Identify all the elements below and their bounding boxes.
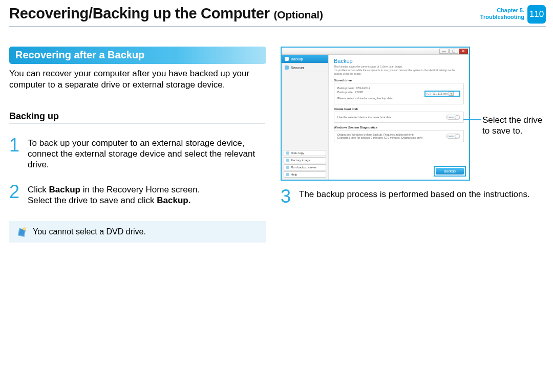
page-number: 110: [529, 9, 544, 19]
toggle-knob: [455, 115, 460, 119]
step-1-text: To back up your computer to an external …: [28, 138, 265, 170]
sidebar: Backup Recover Disk copy Factory image R…: [282, 55, 329, 180]
disk-copy-icon: [286, 151, 289, 155]
step-2-text: Click Backup in the Recovery Home screen…: [28, 184, 200, 206]
recover-icon: [285, 66, 289, 70]
content-columns: Recovering after a Backup You can recove…: [0, 27, 553, 243]
note-text: You cannot select a DVD drive.: [33, 227, 146, 236]
factory-image-label: Factory image: [291, 159, 310, 162]
page-header: Recovering/Backing up the Computer (Opti…: [0, 0, 553, 26]
main-panel: Backup This function saves the current s…: [329, 55, 469, 180]
step2-part-b: in the Recovery Home screen.: [80, 185, 200, 194]
callout-line-drive: [463, 119, 481, 120]
backup-point: Backup point : 07/14/2012: [337, 86, 460, 90]
section-heading: Recovering after a Backup: [9, 47, 266, 64]
step2-bold-b: Backup.: [157, 195, 190, 205]
note-box: You cannot select a DVD drive.: [9, 221, 266, 243]
page-number-badge: 110: [527, 5, 546, 24]
step-3-text: The backup process is performed based on…: [299, 189, 530, 204]
help-icon: [286, 173, 289, 176]
factory-image-icon: [286, 159, 289, 162]
step-3: 3 The backup process is performed based …: [281, 189, 546, 204]
create-boot-disk-panel: Use the selected device to create boot d…: [334, 112, 464, 123]
sidebar-item-recover[interactable]: Recover: [282, 63, 328, 72]
help-button[interactable]: Help: [284, 171, 326, 178]
toggle-knob-2: [455, 134, 460, 138]
drive-select-value: (G:) (931.3GB left): [427, 92, 448, 95]
svg-point-0: [23, 228, 26, 231]
step-2-number: 2: [9, 184, 23, 206]
backup-button-highlight: Backup: [434, 166, 466, 177]
sidebar-backup-label: Backup: [291, 57, 303, 61]
window-titlebar: — ▢ ✕: [282, 48, 469, 55]
step2-part-c: Select the drive to save and click: [28, 195, 157, 205]
note-icon: [16, 226, 28, 237]
disk-copy-label: Disk copy: [291, 151, 304, 155]
stored-drive-label: Stored drive: [334, 79, 464, 82]
chapter-label: Chapter 5. Troubleshooting: [480, 7, 524, 20]
boot-disk-toggle[interactable]: OFF ON: [446, 115, 460, 120]
step-2: 2 Click Backup in the Recovery Home scre…: [9, 184, 265, 206]
run-backup-icon: [286, 166, 289, 169]
backup-button[interactable]: Backup: [436, 168, 464, 175]
help-label: Help: [291, 173, 297, 176]
step-1: 1 To back up your computer to an externa…: [9, 138, 265, 170]
title-main: Recovering/Backing up the Computer: [9, 5, 270, 21]
chapter-line2: Troubleshooting: [480, 14, 524, 20]
window-body: Backup Recover Disk copy Factory image R…: [282, 55, 469, 180]
main-title: Backup: [334, 58, 464, 64]
minimize-button[interactable]: —: [439, 49, 449, 54]
step2-bold-a: Backup: [49, 185, 80, 194]
right-column: — ▢ ✕ Backup Recover Disk copy F: [281, 47, 546, 243]
dropdown-icon: ▾: [449, 92, 454, 96]
main-desc-1: This function saves the current status o…: [334, 65, 403, 68]
left-column: Recovering after a Backup You can recove…: [9, 47, 270, 243]
sidebar-bottom: Disk copy Factory image Run backup serve…: [282, 148, 328, 180]
intro-paragraph: You can recover your computer after you …: [9, 68, 265, 91]
main-desc-2: If a problem occurs while the computer i…: [334, 69, 455, 75]
factory-image-button[interactable]: Factory image: [284, 157, 326, 163]
boot-disk-text: Use the selected device to create boot d…: [337, 116, 392, 119]
maximize-button[interactable]: ▢: [449, 49, 458, 54]
disk-copy-button[interactable]: Disk copy: [284, 150, 326, 156]
title-suffix: (Optional): [273, 9, 323, 20]
drive-select[interactable]: (G:) (931.3GB left) ▾: [424, 91, 460, 97]
sub-heading: Backing up: [9, 111, 265, 123]
main-description: This function saves the current status o…: [334, 65, 464, 76]
step-3-number: 3: [281, 189, 294, 204]
stored-drive-panel: Backup point : 07/14/2012 Backup size : …: [334, 83, 464, 104]
app-screenshot: — ▢ ✕ Backup Recover Disk copy F: [281, 47, 470, 181]
callout-drive: Select the drive to save to.: [482, 115, 549, 136]
run-backup-label: Run backup server: [291, 166, 316, 169]
backup-icon: [285, 57, 289, 61]
diagnostics-label: Windows System Diagnostics: [334, 126, 464, 129]
toggle-on-label: ON: [451, 116, 454, 119]
step2-part-a: Click: [28, 185, 49, 194]
run-backup-server-button[interactable]: Run backup server: [284, 164, 326, 170]
select-drive-hint: Please select a drive for saving backup …: [337, 96, 460, 100]
diagnostics-toggle[interactable]: OFF ON: [446, 134, 460, 139]
title-area: Recovering/Backing up the Computer (Opti…: [9, 5, 480, 22]
close-button[interactable]: ✕: [459, 49, 468, 54]
create-boot-disk-label: Create boot disk: [334, 107, 464, 111]
diagnostics-text: Diagnoses Windows before Backup. Require…: [337, 133, 423, 139]
diagnostics-panel: Diagnoses Windows before Backup. Require…: [334, 130, 464, 142]
toggle-on-label-2: ON: [451, 135, 454, 138]
sidebar-item-backup[interactable]: Backup: [282, 55, 328, 63]
chapter-line1: Chapter 5.: [480, 7, 524, 14]
diag-text-2: Estimated time for backup 0 minutes (C 0…: [337, 136, 423, 139]
step-1-number: 1: [9, 138, 23, 170]
page-title: Recovering/Backing up the Computer (Opti…: [9, 5, 323, 21]
sidebar-recover-label: Recover: [291, 66, 304, 70]
